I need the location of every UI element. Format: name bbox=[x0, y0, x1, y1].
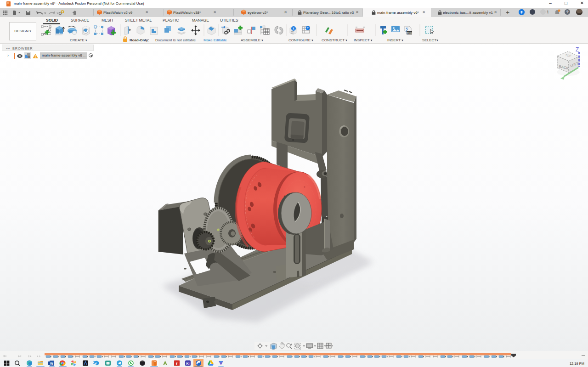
svg-text:Z: Z bbox=[576, 46, 579, 53]
svg-text:W: W bbox=[50, 362, 53, 365]
svg-text:Ki: Ki bbox=[187, 362, 190, 365]
svg-text:SVG: SVG bbox=[407, 32, 412, 34]
